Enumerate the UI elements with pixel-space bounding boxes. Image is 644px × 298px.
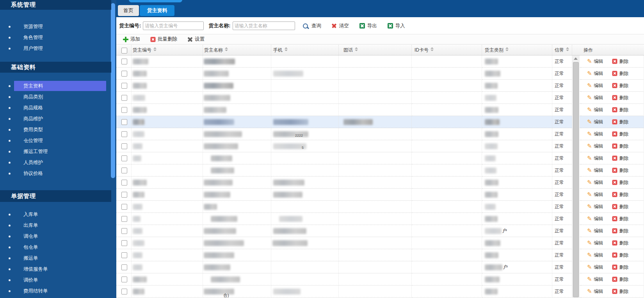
row-checkbox[interactable]	[121, 289, 127, 294]
row-checkbox[interactable]	[121, 155, 127, 161]
row-checkbox[interactable]	[121, 83, 127, 89]
sidebar-item-搬运工管理[interactable]: 搬运工管理	[0, 146, 111, 157]
edit-button[interactable]: ✎编辑	[587, 140, 603, 152]
row-checkbox[interactable]	[121, 143, 127, 149]
查询-button[interactable]: 查询	[303, 23, 321, 29]
edit-button[interactable]: ✎编辑	[587, 249, 603, 261]
table-scrollbar[interactable]	[572, 55, 580, 298]
添加-button[interactable]: 添加	[123, 36, 140, 43]
delete-button[interactable]: 删除	[612, 237, 629, 249]
delete-button[interactable]: 删除	[612, 164, 629, 176]
edit-button[interactable]: ✎编辑	[587, 237, 603, 249]
column-header-固话[interactable]: 固话	[339, 45, 412, 55]
row-checkbox[interactable]	[121, 204, 127, 210]
scroll-up-arrow-icon[interactable]	[572, 55, 580, 62]
row-checkbox[interactable]	[121, 240, 127, 246]
edit-button[interactable]: ✎编辑	[587, 225, 603, 237]
delete-button[interactable]: 删除	[612, 80, 629, 91]
row-checkbox[interactable]	[121, 228, 127, 234]
table-row[interactable]: 正常✎编辑删除	[116, 104, 644, 116]
delete-button[interactable]: 删除	[612, 189, 629, 200]
sidebar-item-协议价格[interactable]: 协议价格	[0, 168, 111, 179]
sidebar-item-调仓单[interactable]: 调仓单	[0, 231, 111, 242]
table-row[interactable]: 正常✎编辑删除	[116, 189, 644, 201]
search-input-1[interactable]	[233, 21, 295, 30]
导入-button[interactable]: 导入	[388, 23, 405, 29]
table-row[interactable]: 正常✎编辑删除	[116, 80, 644, 92]
select-all-checkbox[interactable]	[121, 48, 127, 54]
delete-button[interactable]: 删除	[612, 140, 629, 152]
delete-button[interactable]: 删除	[612, 201, 629, 212]
edit-button[interactable]: ✎编辑	[587, 116, 603, 128]
row-checkbox[interactable]	[121, 168, 127, 173]
row-checkbox[interactable]	[121, 192, 127, 198]
sidebar-item-费用结转单[interactable]: 费用结转单	[0, 286, 111, 296]
edit-button[interactable]: ✎编辑	[587, 80, 603, 91]
delete-button[interactable]: 删除	[612, 68, 629, 79]
search-input-0[interactable]	[143, 21, 204, 30]
column-header-货主编号[interactable]: 货主编号	[132, 45, 203, 55]
edit-button[interactable]: ✎编辑	[587, 55, 603, 67]
table-row[interactable]: 正常✎编辑删除	[116, 249, 644, 261]
edit-button[interactable]: ✎编辑	[587, 104, 603, 116]
sidebar-item-增值服务单[interactable]: 增值服务单	[0, 264, 111, 275]
edit-button[interactable]: ✎编辑	[587, 92, 603, 103]
column-header-货主名称[interactable]: 货主名称	[203, 45, 271, 55]
table-row[interactable]: 正常✎编辑删除	[116, 116, 644, 128]
table-row[interactable]: 正常✎编辑删除	[116, 213, 644, 225]
table-row[interactable]: 正常✎编辑删除	[116, 68, 644, 80]
row-checkbox[interactable]	[121, 277, 127, 282]
delete-button[interactable]: 删除	[612, 152, 629, 164]
delete-button[interactable]: 删除	[612, 128, 629, 140]
delete-button[interactable]: 删除	[612, 249, 629, 261]
tab-货主资料[interactable]: 货主资料	[140, 5, 174, 16]
清空-button[interactable]: 清空	[332, 23, 349, 29]
sidebar-item-用户管理[interactable]: 用户管理	[0, 43, 111, 54]
table-row[interactable]: 5正常✎编辑删除	[116, 140, 644, 152]
edit-button[interactable]: ✎编辑	[587, 261, 603, 273]
delete-button[interactable]: 删除	[612, 261, 629, 273]
delete-button[interactable]: 删除	[612, 286, 629, 297]
sidebar-item-货主资料[interactable]: 货主资料	[0, 80, 111, 91]
delete-button[interactable]: 删除	[612, 116, 629, 128]
table-row[interactable]: 正常✎编辑删除	[116, 152, 644, 164]
row-checkbox[interactable]	[121, 216, 127, 222]
column-header-ID卡号[interactable]: ID卡号	[412, 45, 482, 55]
sidebar-item-资源管理[interactable]: 资源管理	[0, 21, 111, 32]
delete-button[interactable]: 删除	[612, 213, 629, 225]
row-checkbox[interactable]	[121, 131, 127, 137]
table-row[interactable]: 正常✎编辑删除	[116, 55, 644, 68]
tab-首页[interactable]: 首页	[118, 5, 139, 16]
table-row[interactable]: 合)正常✎编辑删除	[116, 286, 644, 298]
row-checkbox[interactable]	[121, 252, 127, 258]
edit-button[interactable]: ✎编辑	[587, 189, 603, 200]
table-row[interactable]: 正常✎编辑删除	[116, 273, 644, 286]
edit-button[interactable]: ✎编辑	[587, 286, 603, 297]
row-checkbox[interactable]	[121, 107, 127, 113]
row-checkbox[interactable]	[121, 59, 127, 64]
sidebar-item-商品类别[interactable]: 商品类别	[0, 91, 111, 102]
table-row[interactable]: 2222正常✎编辑删除	[116, 128, 644, 140]
row-checkbox[interactable]	[121, 180, 127, 186]
edit-button[interactable]: ✎编辑	[587, 68, 603, 79]
edit-button[interactable]: ✎编辑	[587, 152, 603, 164]
table-row[interactable]: 正常✎编辑删除	[116, 164, 644, 177]
table-row[interactable]: 户正常✎编辑删除	[116, 261, 644, 273]
table-row[interactable]: 正常✎编辑删除	[116, 177, 644, 189]
sidebar-item-包仓单[interactable]: 包仓单	[0, 242, 111, 253]
sidebar-item-费用类型[interactable]: 费用类型	[0, 124, 111, 135]
table-row[interactable]: 正常✎编辑删除	[116, 237, 644, 249]
delete-button[interactable]: 删除	[612, 225, 629, 237]
edit-button[interactable]: ✎编辑	[587, 213, 603, 225]
edit-button[interactable]: ✎编辑	[587, 128, 603, 140]
sidebar-item-仓位管理[interactable]: 仓位管理	[0, 135, 111, 146]
sidebar-scrollbar-thumb[interactable]	[111, 3, 115, 178]
sidebar-item-入库单[interactable]: 入库单	[0, 209, 111, 220]
column-header-货主类别[interactable]: 货主类别	[482, 45, 552, 55]
table-row[interactable]: 户正常✎编辑删除	[116, 225, 644, 237]
row-checkbox[interactable]	[121, 95, 127, 101]
sidebar-item-商品规格[interactable]: 商品规格	[0, 102, 111, 113]
table-row[interactable]: 正常✎编辑删除	[116, 201, 644, 213]
sidebar-item-调价单[interactable]: 调价单	[0, 275, 111, 286]
row-checkbox[interactable]	[121, 264, 127, 270]
